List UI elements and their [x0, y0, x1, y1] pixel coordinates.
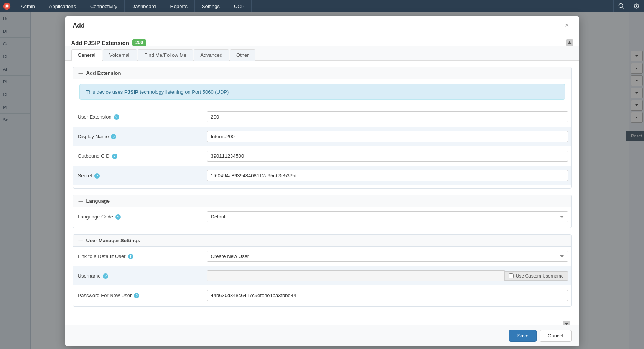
- nav-dashboard[interactable]: Dashboard: [125, 0, 163, 12]
- language-code-select[interactable]: Default English Spanish French German: [207, 211, 568, 222]
- nav-settings[interactable]: Settings: [195, 0, 227, 12]
- info-highlight: PJSIP: [124, 89, 138, 95]
- password-new-user-input[interactable]: [207, 290, 568, 301]
- language-body: Language Code ? Default English Spanish …: [73, 207, 571, 226]
- language-code-row: Language Code ? Default English Spanish …: [73, 207, 571, 226]
- top-navigation: Admin Applications Connectivity Dashboar…: [0, 0, 644, 12]
- add-extension-header: — Add Extension: [73, 67, 571, 79]
- tab-general[interactable]: General: [71, 49, 102, 61]
- username-input[interactable]: [207, 270, 505, 281]
- svg-point-2: [6, 5, 8, 7]
- user-extension-field: [204, 109, 571, 125]
- tab-voicemail[interactable]: Voicemail: [103, 49, 137, 61]
- user-manager-section: — User Manager Settings Link to a Defaul…: [73, 234, 572, 307]
- language-title: Language: [86, 198, 110, 204]
- modal-title: Add: [73, 22, 85, 29]
- modal-header: Add ×: [65, 16, 579, 35]
- use-custom-username-label[interactable]: Use Custom Username: [505, 271, 568, 281]
- link-default-user-help[interactable]: ?: [128, 254, 133, 259]
- language-code-help[interactable]: ?: [115, 214, 121, 220]
- link-default-user-field: Create New User Existing User None: [204, 248, 571, 264]
- add-extension-body: This device uses PJSIP technology listen…: [73, 79, 571, 185]
- display-name-label: Display Name ?: [73, 131, 204, 142]
- outbound-cid-label: Outbound CID ?: [73, 150, 204, 162]
- use-custom-username-text: Use Custom Username: [516, 273, 564, 279]
- user-manager-header: — User Manager Settings: [73, 235, 571, 247]
- outbound-cid-field: [204, 148, 571, 164]
- secret-input[interactable]: [207, 170, 568, 181]
- link-default-user-row: Link to a Default User ? Create New User…: [73, 247, 571, 266]
- modal-footer: Save Cancel: [65, 325, 579, 346]
- username-label: Username ?: [73, 270, 204, 282]
- language-header: — Language: [73, 195, 571, 207]
- link-default-user-label: Link to a Default User ?: [73, 250, 204, 262]
- extension-badge: 200: [132, 39, 146, 46]
- username-row: Username ? Use Custom Username: [73, 266, 571, 285]
- username-input-wrap: Use Custom Username: [207, 270, 568, 281]
- nav-applications[interactable]: Applications: [42, 0, 83, 12]
- gear-icon[interactable]: [629, 0, 644, 12]
- info-text-before: This device uses: [86, 89, 124, 95]
- add-extension-modal: Add × Add PJSIP Extension 200 General Vo…: [65, 16, 579, 346]
- collapse-icon[interactable]: —: [79, 71, 83, 76]
- display-name-row: Display Name ?: [73, 127, 571, 146]
- outbound-cid-row: Outbound CID ?: [73, 147, 571, 165]
- user-manager-collapse-icon[interactable]: —: [79, 238, 83, 243]
- user-extension-label: User Extension ?: [73, 111, 204, 123]
- display-name-help[interactable]: ?: [111, 134, 116, 139]
- password-new-user-label: Password For New User ?: [73, 289, 204, 301]
- nav-ucp[interactable]: UCP: [227, 0, 252, 12]
- nav-admin[interactable]: Admin: [14, 0, 42, 12]
- save-button[interactable]: Save: [509, 330, 537, 342]
- info-text-after: technology listening on Port 5060 (UDP): [138, 89, 229, 95]
- language-collapse-icon[interactable]: —: [79, 198, 83, 204]
- tab-findme[interactable]: Find Me/Follow Me: [138, 49, 193, 61]
- add-extension-section: — Add Extension This device uses PJSIP t…: [73, 67, 572, 189]
- form-content: — Add Extension This device uses PJSIP t…: [65, 61, 579, 319]
- nav-reports[interactable]: Reports: [163, 0, 195, 12]
- pjsip-info-box: This device uses PJSIP technology listen…: [79, 84, 565, 100]
- extension-heading: Add PJSIP Extension: [71, 40, 129, 46]
- secret-label: Secret ?: [73, 170, 204, 182]
- username-help[interactable]: ?: [103, 273, 108, 279]
- username-field: Use Custom Username: [204, 268, 571, 284]
- add-extension-title: Add Extension: [86, 70, 121, 76]
- password-new-user-field: [204, 288, 571, 303]
- user-manager-title: User Manager Settings: [86, 238, 140, 243]
- logo[interactable]: [0, 0, 14, 12]
- modal-overlay: Add × Add PJSIP Extension 200 General Vo…: [0, 12, 644, 349]
- tab-advanced[interactable]: Advanced: [194, 49, 229, 61]
- link-default-user-select[interactable]: Create New User Existing User None: [207, 251, 568, 262]
- user-extension-row: User Extension ?: [73, 108, 571, 126]
- password-new-user-row: Password For New User ?: [73, 286, 571, 305]
- tab-bar: General Voicemail Find Me/Follow Me Adva…: [65, 46, 579, 61]
- nav-connectivity[interactable]: Connectivity: [83, 0, 125, 12]
- scroll-down-button[interactable]: [563, 321, 570, 325]
- language-section: — Language Language Code ? D: [73, 195, 572, 228]
- secret-field: [204, 168, 571, 184]
- svg-point-3: [619, 4, 623, 8]
- language-code-field: Default English Spanish French German: [204, 209, 571, 225]
- user-manager-body: Link to a Default User ? Create New User…: [73, 247, 571, 305]
- language-code-label: Language Code ?: [73, 211, 204, 223]
- modal-body: Add PJSIP Extension 200 General Voicemai…: [65, 35, 579, 325]
- nav-actions: [613, 0, 644, 12]
- user-extension-input[interactable]: [207, 111, 568, 122]
- modal-close-button[interactable]: ×: [563, 21, 572, 30]
- use-custom-username-checkbox[interactable]: [509, 273, 514, 278]
- password-new-user-help[interactable]: ?: [134, 293, 139, 298]
- user-extension-help[interactable]: ?: [114, 114, 119, 120]
- svg-line-4: [622, 7, 624, 9]
- scroll-up-button[interactable]: [566, 39, 573, 46]
- outbound-cid-help[interactable]: ?: [112, 154, 117, 159]
- secret-help[interactable]: ?: [94, 173, 100, 179]
- cancel-button[interactable]: Cancel: [540, 330, 571, 342]
- display-name-input[interactable]: [207, 131, 568, 142]
- secret-row: Secret ?: [73, 166, 571, 185]
- search-icon[interactable]: [613, 0, 629, 12]
- outbound-cid-input[interactable]: [207, 151, 568, 162]
- display-name-field: [204, 129, 571, 144]
- tab-other[interactable]: Other: [230, 49, 255, 61]
